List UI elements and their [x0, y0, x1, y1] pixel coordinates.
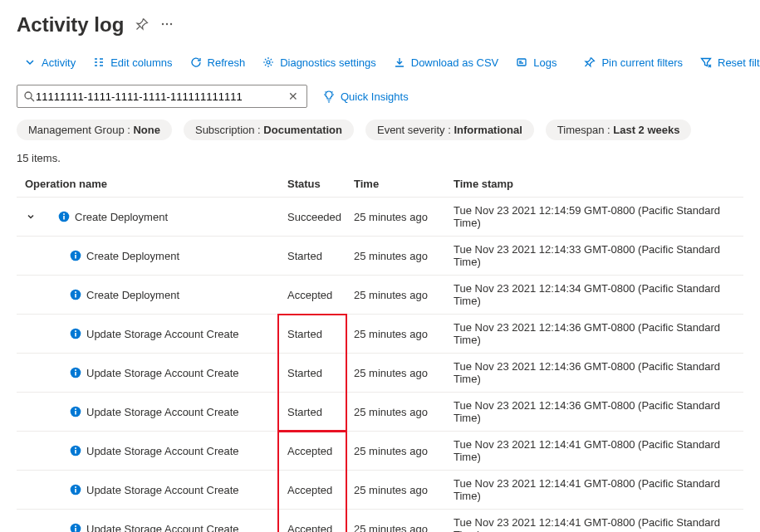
- search-box[interactable]: ✕: [17, 85, 307, 108]
- time: 25 minutes ago: [349, 315, 449, 354]
- more-icon[interactable]: [160, 17, 174, 33]
- time: 25 minutes ago: [349, 237, 449, 276]
- svg-rect-10: [75, 255, 76, 259]
- col-operation-name[interactable]: Operation name: [17, 171, 282, 198]
- info-icon: [70, 328, 81, 339]
- status: Succeeded: [282, 198, 349, 237]
- info-icon: [70, 406, 81, 417]
- operation-name[interactable]: Update Storage Account Create: [86, 445, 239, 457]
- download-icon: [393, 56, 406, 69]
- activity-dropdown[interactable]: Activity: [17, 51, 82, 73]
- download-csv-label: Download as CSV: [411, 56, 499, 69]
- filter-management-group[interactable]: Management Group : None: [17, 120, 172, 140]
- status: Accepted: [282, 510, 349, 533]
- refresh-label: Refresh: [208, 56, 246, 69]
- filter-event-severity[interactable]: Event severity : Informational: [365, 120, 534, 140]
- table-row[interactable]: Update Storage Account CreateStarted25 m…: [17, 393, 743, 432]
- svg-point-17: [75, 330, 76, 332]
- svg-point-26: [75, 447, 76, 449]
- reset-filters-button[interactable]: Reset filters: [693, 51, 760, 73]
- info-icon: [70, 250, 81, 261]
- time: 25 minutes ago: [349, 354, 449, 393]
- svg-point-20: [75, 369, 76, 371]
- filter-label: Management Group :: [28, 124, 133, 136]
- pin-filters-button[interactable]: Pin current filters: [576, 51, 689, 73]
- timestamp: Tue Nov 23 2021 12:14:41 GMT-0800 (Pacif…: [449, 510, 743, 533]
- operation-name[interactable]: Create Deployment: [86, 289, 179, 301]
- svg-rect-19: [75, 372, 76, 376]
- info-icon: [70, 367, 81, 378]
- filter-value: Informational: [454, 124, 522, 136]
- svg-rect-16: [75, 333, 76, 337]
- operation-name[interactable]: Update Storage Account Create: [86, 406, 239, 418]
- table-row[interactable]: Update Storage Account CreateAccepted25 …: [17, 432, 743, 471]
- svg-point-0: [162, 22, 164, 24]
- timestamp: Tue Nov 23 2021 12:14:34 GMT-0800 (Pacif…: [449, 276, 743, 315]
- col-timestamp[interactable]: Time stamp: [449, 171, 743, 198]
- svg-rect-31: [75, 528, 76, 532]
- table-row[interactable]: Update Storage Account CreateAccepted25 …: [17, 510, 743, 533]
- col-time[interactable]: Time: [349, 171, 449, 198]
- diagnostics-button[interactable]: Diagnostics settings: [255, 51, 383, 73]
- svg-rect-4: [517, 59, 526, 66]
- clear-search-icon[interactable]: ✕: [285, 90, 302, 103]
- time: 25 minutes ago: [349, 393, 449, 432]
- search-input[interactable]: [36, 90, 285, 103]
- table-row[interactable]: Create DeploymentSucceeded25 minutes ago…: [17, 198, 743, 237]
- operation-name[interactable]: Update Storage Account Create: [86, 523, 239, 533]
- status: Accepted: [282, 471, 349, 510]
- filter-label: Timespan :: [557, 124, 613, 136]
- svg-point-5: [25, 92, 32, 99]
- activity-label: Activity: [42, 56, 76, 69]
- filter-subscription[interactable]: Subscription : Documentation: [184, 120, 354, 140]
- logs-button[interactable]: Logs: [508, 51, 563, 73]
- table-row[interactable]: Update Storage Account CreateStarted25 m…: [17, 354, 743, 393]
- status: Started: [282, 237, 349, 276]
- quick-insights-button[interactable]: Quick Insights: [322, 90, 409, 103]
- filter-value: Documentation: [263, 124, 342, 136]
- svg-point-1: [166, 22, 168, 24]
- svg-point-8: [63, 213, 65, 215]
- filter-reset-icon: [699, 56, 713, 69]
- svg-rect-25: [75, 450, 76, 454]
- timestamp: Tue Nov 23 2021 12:14:36 GMT-0800 (Pacif…: [449, 393, 743, 432]
- quick-insights-label: Quick Insights: [341, 90, 409, 103]
- table-row[interactable]: Update Storage Account CreateAccepted25 …: [17, 471, 743, 510]
- table-row[interactable]: Create DeploymentStarted25 minutes agoTu…: [17, 237, 743, 276]
- operation-name[interactable]: Update Storage Account Create: [86, 328, 239, 340]
- pin-filters-label: Pin current filters: [601, 56, 683, 69]
- svg-point-3: [267, 61, 270, 64]
- operation-name[interactable]: Create Deployment: [75, 211, 168, 223]
- svg-point-32: [75, 525, 76, 527]
- time: 25 minutes ago: [349, 432, 449, 471]
- status: Accepted: [282, 432, 349, 471]
- table-row[interactable]: Create DeploymentAccepted25 minutes agoT…: [17, 276, 743, 315]
- download-csv-button[interactable]: Download as CSV: [386, 51, 506, 73]
- chevron-down-icon[interactable]: [25, 212, 37, 221]
- lightbulb-icon: [322, 90, 336, 103]
- operation-name[interactable]: Create Deployment: [86, 250, 179, 262]
- refresh-button[interactable]: Refresh: [183, 51, 253, 73]
- logs-label: Logs: [533, 56, 557, 69]
- logs-icon: [515, 56, 528, 69]
- timestamp: Tue Nov 23 2021 12:14:41 GMT-0800 (Pacif…: [449, 471, 743, 510]
- timestamp: Tue Nov 23 2021 12:14:36 GMT-0800 (Pacif…: [449, 315, 743, 354]
- filter-value: None: [133, 124, 160, 136]
- reset-filters-label: Reset filters: [718, 56, 760, 69]
- toolbar: Activity Edit columns Refresh Diagnostic…: [17, 51, 743, 73]
- status: Started: [282, 315, 349, 354]
- svg-rect-28: [75, 489, 76, 493]
- col-status[interactable]: Status: [282, 171, 349, 198]
- svg-rect-13: [75, 294, 76, 298]
- page-title: Activity log: [17, 13, 124, 37]
- time: 25 minutes ago: [349, 510, 449, 533]
- gear-icon: [262, 56, 275, 69]
- status: Started: [282, 354, 349, 393]
- table-row[interactable]: Update Storage Account CreateStarted25 m…: [17, 315, 743, 354]
- refresh-icon: [189, 56, 203, 69]
- filter-timespan[interactable]: Timespan : Last 2 weeks: [546, 120, 692, 140]
- operation-name[interactable]: Update Storage Account Create: [86, 484, 239, 496]
- edit-columns-button[interactable]: Edit columns: [86, 51, 179, 73]
- pin-icon[interactable]: [135, 17, 149, 33]
- operation-name[interactable]: Update Storage Account Create: [86, 367, 239, 379]
